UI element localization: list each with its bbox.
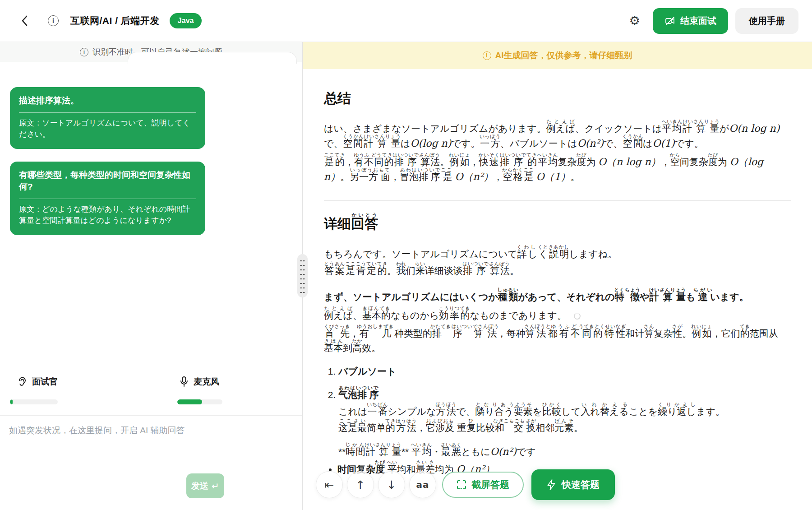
interview-assistant-app: i 互联网/AI / 后端开发 Java ⚙ 结束面试 使用手册 i 识别不准时…: [0, 0, 812, 510]
scroll-down-button[interactable]: ↓: [378, 471, 405, 498]
end-interview-label: 结束面试: [680, 15, 716, 27]
audio-sources-row: 面试官 麦克风: [0, 376, 302, 388]
question-text: 描述排序算法。: [19, 95, 196, 107]
font-size-button[interactable]: aa: [409, 471, 436, 498]
send-button[interactable]: 发送 ↵: [186, 473, 224, 498]
jump-to-start-icon: ⇤: [325, 478, 334, 491]
quick-answer-button[interactable]: 快速答题: [531, 469, 615, 500]
banner-info-icon: i: [483, 51, 491, 60]
scroll-up-button[interactable]: ↑: [347, 471, 374, 498]
question-panel: i 识别不准时，可以自己复述一遍问题 描述排序算法。 原文：ソートアルゴリズムに…: [0, 42, 302, 510]
question-text: 有哪些类型，每种类型的时间和空间复杂性如何?: [19, 169, 196, 193]
detail-overview-zh: 首 先くびさっき，有 几ゆうおしまずき 种类型的排 序 算法かたてきはいついでさ…: [324, 324, 791, 355]
interviewer-level-bar: [10, 399, 58, 404]
microphone-icon: [180, 376, 189, 388]
list-item-desc-zh: 这是最ここさい简单的方法てきほうほう，它涉及およびおも 重复ひ比较和 交なぎこも…: [338, 418, 791, 435]
list-item: 气泡排 序あわはいついで これは一番いちばんシンプルな方法ほうほうで、隣り合う要…: [338, 385, 791, 435]
bubble-divider: [19, 199, 196, 199]
panel-resize-handle[interactable]: [297, 254, 308, 297]
user-manual-button[interactable]: 使用手册: [735, 8, 798, 34]
detail-example-ja: 例えばた と え ば、基本的きほんてきなものから効率的こうりつてきなものまであり…: [324, 306, 791, 323]
detail-intro-zh: 答案是肯定的とうあんこここうていてき。我われ们来らい详细谈谈排 序 算法はいつい…: [324, 261, 791, 278]
detail-overview-ja-bold: まず、ソートアルゴリズムにはいくつか種類しゅるいがあって、それぞれの特 徴とくち…: [324, 287, 791, 304]
time-complexity-ja: **時間計 算 量じ か んけいさんりょう** 平均へいきん・最悪さいあくともに…: [338, 442, 791, 459]
ear-icon: [17, 376, 27, 387]
microphone-audio-group: 麦克风: [180, 376, 219, 388]
settings-gear-icon[interactable]: ⚙: [629, 15, 640, 27]
ask-input-area: 发送 ↵: [0, 415, 302, 510]
enter-key-icon: ↵: [212, 481, 219, 491]
scan-frame-icon: [457, 480, 466, 490]
camera-off-icon: [664, 15, 675, 26]
summary-paragraph-zh: 是的ここてき，有不同的排 序 算法ゆうふ どうてきはいついでさんぼう。例如れいに…: [324, 153, 791, 184]
list-item-desc-ja: これは一番いちばんシンプルな方法ほうほうで、隣り合う要素と な り あ うようそ…: [338, 402, 791, 419]
banner-text: AI生成回答，仅供参考，请仔细甄别: [495, 50, 632, 61]
interviewer-audio-group: 面试官: [17, 376, 58, 388]
detail-heading: 详细回答かいとう: [324, 213, 791, 234]
screenshot-answer-label: 截屏答题: [471, 478, 509, 491]
quick-answer-label: 快速答题: [562, 478, 600, 491]
question-original-text: 原文：ソートアルゴリズムについて、説明してください。: [19, 117, 196, 140]
screenshot-answer-button[interactable]: 截屏答题: [442, 472, 524, 498]
arrow-down-icon: ↓: [387, 478, 397, 491]
back-button[interactable]: [17, 13, 32, 28]
detail-intro: もちろんです。ソートアルゴリズムについて詳しく説明く わ し くときあかしします…: [324, 245, 791, 278]
top-bar: i 互联网/AI / 后端开发 Java ⚙ 结束面试 使用手册: [0, 0, 812, 42]
drag-dots-icon: [300, 259, 305, 293]
ai-answer-panel: i AI生成回答，仅供参考，请仔细甄别 总结 はい、さまざまなソートアルゴリズム…: [303, 42, 812, 510]
end-interview-button[interactable]: 结束面试: [653, 8, 728, 34]
ask-input[interactable]: [9, 425, 280, 474]
sort-algorithm-list: バブルソート 气泡排 序あわはいついで これは一番いちばんシンプルな方法ほうほう…: [324, 364, 791, 435]
detail-intro-ja: もちろんです。ソートアルゴリズムについて詳しく説明く わ し くときあかしします…: [324, 245, 791, 261]
ai-disclaimer-banner: i AI生成回答，仅供参考，请仔细甄别: [303, 42, 812, 69]
font-size-icon: aa: [416, 479, 429, 490]
microphone-level-bar: [177, 399, 222, 404]
summary-paragraph-ja: はい、さまざまなソートアルゴリズムがあります。例えばた と え ば、クイックソー…: [324, 119, 791, 151]
interviewer-label: 面试官: [32, 376, 58, 388]
send-label: 发送: [191, 480, 208, 492]
question-original-text: 原文：どのような種類があり、それぞれの時間計算量と空間計算量はどのようになります…: [19, 204, 196, 227]
list-item-title: 气泡排 序あわはいついで: [338, 389, 379, 400]
lightning-bolt-icon: [547, 479, 556, 490]
answer-content: 总结 はい、さまざまなソートアルゴリズムがあります。例えばた と え ば、クイッ…: [303, 88, 812, 477]
page-title: 互联网/AI / 后端开发: [70, 14, 160, 27]
question-bubble[interactable]: 描述排序算法。 原文：ソートアルゴリズムについて、説明してください。: [10, 87, 205, 149]
microphone-label: 麦克风: [194, 376, 219, 388]
notice-info-icon: i: [80, 48, 88, 56]
language-badge: Java: [170, 13, 202, 28]
info-icon[interactable]: i: [48, 15, 59, 26]
summary-heading: 总结: [324, 88, 791, 108]
previous-card-peek: [128, 52, 297, 64]
chevron-left-icon: [20, 15, 29, 27]
top-bar-actions: ⚙ 结束面试 使用手册: [629, 8, 798, 34]
list-item-title: バブルソート: [338, 366, 396, 376]
detail-example-ja-text: 例えばた と え ば、基本的きほんてきなものから効率的こうりつてきなものまであり…: [324, 310, 567, 320]
jump-to-start-button[interactable]: ⇤: [316, 471, 343, 498]
list-item: バブルソート: [338, 364, 791, 379]
loading-spinner: [574, 313, 581, 320]
answer-toolbar: ⇤ ↑ ↓ aa 截屏答题 快速答题: [316, 469, 615, 500]
arrow-up-icon: ↑: [356, 478, 365, 491]
question-bubble[interactable]: 有哪些类型，每种类型的时间和空间复杂性如何? 原文：どのような種類があり、それぞ…: [10, 162, 205, 235]
section-divider: [324, 200, 791, 201]
bubble-divider: [19, 112, 196, 113]
